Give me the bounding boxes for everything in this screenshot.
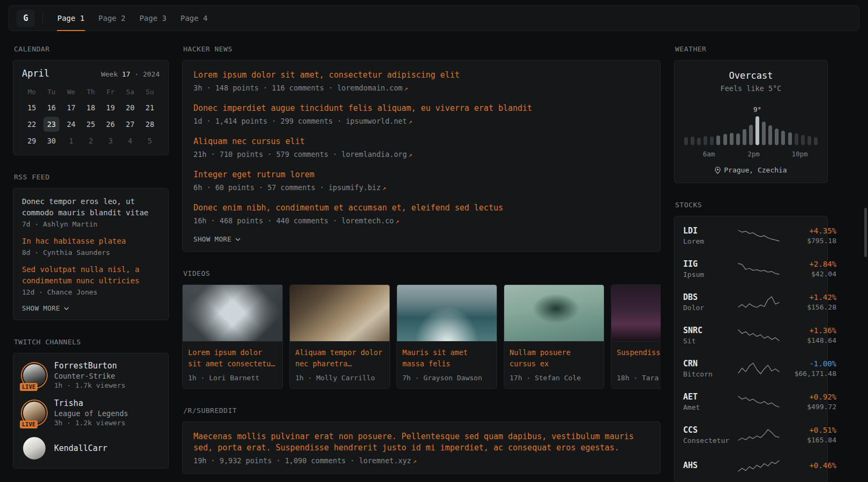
- avatar-wrap: LIVE: [22, 401, 47, 425]
- video-thumbnail: [611, 285, 661, 342]
- stock-sparkline: [738, 458, 780, 473]
- week-number: 17: [122, 70, 131, 78]
- tab-page-2[interactable]: Page 2: [92, 6, 133, 31]
- stock-row[interactable]: LDI Lorem +4.35% $795.18: [683, 219, 819, 252]
- right-column: WEATHER Overcast Feels like 5°C 9° 6am 2…: [674, 45, 828, 482]
- stock-id: CCS Consectetur: [683, 425, 734, 445]
- stock-row[interactable]: AET Amet +0.92% $499.72: [683, 385, 819, 418]
- stock-row[interactable]: CCS Consectetur +0.51% $165.84: [683, 418, 819, 451]
- rss-item: Sed volutpat nulla nisl, a condimentum n…: [22, 264, 160, 296]
- stock-change: +0.51%: [784, 426, 836, 434]
- video-thumbnail: [397, 285, 497, 342]
- stock-change: +0.46%: [784, 461, 836, 470]
- rss-item-meta: 12d · Chance Jones: [22, 288, 160, 296]
- weather-bar: [762, 122, 766, 145]
- stock-row[interactable]: IIG Ipsum +2.84% $42.04: [683, 252, 819, 285]
- video-body: Mauris sit amet massa felis 7h · Grayson…: [397, 342, 497, 388]
- video-card[interactable]: Nullam posuere cursus ex 17h · Stefan Co…: [504, 284, 604, 389]
- hn-item-title[interactable]: Aliquam nec cursus elit: [193, 136, 649, 147]
- stocks-widget: LDI Lorem +4.35% $795.18 IIG Ipsum +2.84…: [674, 216, 828, 482]
- hn-item-meta: 3h · 148 points · 116 comments · loremdo…: [193, 84, 649, 92]
- calendar-week-label: Week 17 · 2024: [101, 70, 160, 78]
- stock-row[interactable]: SNRC Sit +1.36% $148.64: [683, 319, 819, 352]
- stock-sparkline: [738, 427, 780, 442]
- hn-item-meta: 16h · 468 points · 440 comments · loremt…: [193, 216, 649, 225]
- video-card[interactable]: Mauris sit amet massa felis 7h · Grayson…: [396, 284, 497, 389]
- twitch-widget: LIVE ForrestBurton Counter-Strike 1h · 1…: [13, 353, 169, 469]
- hn-show-more-button[interactable]: SHOW MORE: [193, 235, 241, 243]
- hn-domain-link[interactable]: ipsumworld.net: [346, 117, 407, 125]
- rss-item: Donec tempor eros leo, ut commodo mauris…: [22, 196, 160, 228]
- hn-item-title[interactable]: Donec imperdiet augue tincidunt felis al…: [193, 103, 649, 114]
- stock-row[interactable]: AHS +0.46%: [683, 451, 819, 480]
- hn-item: Lorem ipsum dolor sit amet, consectetur …: [193, 70, 649, 92]
- stock-ticker: AET: [683, 392, 734, 402]
- weather-bar: [749, 125, 753, 145]
- hn-show-more-label: SHOW MORE: [193, 235, 231, 243]
- twitch-channel[interactable]: LIVE ForrestBurton Counter-Strike 1h · 1…: [22, 361, 160, 389]
- middle-column: HACKER NEWS Lorem ipsum dolor sit amet, …: [182, 45, 661, 474]
- videos-row: Lorem ipsum dolor sit amet consectetu… 1…: [182, 284, 661, 389]
- weekday-label: Su: [146, 88, 154, 96]
- time-label: 2pm: [747, 150, 760, 158]
- hn-item-title[interactable]: Donec enim nibh, condimentum et accumsan…: [193, 202, 649, 214]
- weather-bar: [684, 137, 688, 145]
- stock-values: +0.51% $165.84: [784, 426, 836, 444]
- weather-bar: [788, 132, 792, 145]
- stocks-section-title: STOCKS: [675, 201, 828, 209]
- hn-domain-link[interactable]: loremdomain.com: [337, 84, 402, 92]
- avatar: [22, 436, 47, 461]
- weekday-label: Sa: [126, 88, 134, 96]
- tab-page-1[interactable]: Page 1: [50, 6, 92, 31]
- page-tabs: Page 1 Page 2 Page 3 Page 4: [50, 6, 214, 31]
- reddit-post: Maecenas mollis pulvinar erat non posuer…: [193, 431, 649, 465]
- external-link-icon: ↗: [413, 457, 416, 465]
- weather-bar: [691, 137, 694, 145]
- weather-bar: [768, 125, 772, 145]
- stock-change: +0.92%: [784, 393, 836, 401]
- rss-show-more-button[interactable]: SHOW MORE: [22, 304, 69, 312]
- hn-item-title[interactable]: Integer eget rutrum lorem: [193, 169, 649, 180]
- rss-item-title[interactable]: In hac habitasse platea: [22, 236, 160, 247]
- video-card[interactable]: Suspendisse diam 18h · Tara: [611, 284, 661, 389]
- channel-name: KendallCarr: [54, 443, 107, 453]
- calendar-day: 17: [63, 100, 79, 115]
- video-card[interactable]: Aliquam tempor dolor nec pharetra… 1h · …: [289, 284, 390, 389]
- stock-change: -1.00%: [784, 359, 836, 368]
- external-link-icon: ↗: [408, 118, 412, 125]
- hn-item: Aliquam nec cursus elit 21h · 710 points…: [193, 136, 649, 159]
- stock-price: $42.04: [784, 270, 836, 278]
- video-card[interactable]: Lorem ipsum dolor sit amet consectetu… 1…: [182, 284, 283, 389]
- reddit-post-title[interactable]: Maecenas mollis pulvinar erat non posuer…: [193, 431, 649, 454]
- stock-row[interactable]: CRN Bitcorn -1.00% $66,171.48: [683, 352, 819, 385]
- calendar-day: 26: [102, 117, 118, 132]
- stock-price: $148.64: [784, 336, 836, 344]
- scrollbar-thumb[interactable]: [864, 208, 867, 257]
- weather-bar: [710, 137, 714, 145]
- hn-item-title[interactable]: Lorem ipsum dolor sit amet, consectetur …: [193, 70, 649, 81]
- stock-values: +4.35% $795.18: [784, 227, 836, 245]
- channel-game: Counter-Strike: [54, 372, 125, 380]
- chevron-down-icon: [64, 307, 69, 310]
- hn-item-meta: 6h · 60 points · 57 comments · ipsumify.…: [193, 183, 649, 192]
- calendar-day: 22: [24, 117, 40, 132]
- twitch-channel[interactable]: KendallCarr: [22, 436, 160, 461]
- reddit-domain-link[interactable]: loremnet.xyz: [359, 456, 411, 465]
- hn-domain-link[interactable]: loremtech.co: [341, 216, 394, 225]
- calendar-header: April Week 17 · 2024: [22, 68, 160, 79]
- calendar-day-next-month: 4: [122, 133, 138, 148]
- rss-item-meta: 8d · Cynthia Saunders: [22, 248, 160, 257]
- stock-ticker: IIG: [683, 259, 734, 269]
- hn-domain-link[interactable]: loremlandia.org: [341, 150, 407, 159]
- rss-item-title[interactable]: Sed volutpat nulla nisl, a condimentum n…: [22, 264, 160, 287]
- rss-item-title[interactable]: Donec tempor eros leo, ut commodo mauris…: [22, 196, 160, 219]
- video-meta: 18h · Tara: [617, 374, 661, 382]
- calendar-day-next-month: 3: [102, 133, 118, 148]
- tab-page-4[interactable]: Page 4: [174, 6, 215, 31]
- week-year: · 2024: [134, 70, 160, 78]
- twitch-channel[interactable]: LIVE Trisha League of Legends 3h · 1.2k …: [22, 398, 160, 427]
- stock-row[interactable]: DBS Dolor +1.42% $156.28: [683, 285, 819, 319]
- app-logo: G: [17, 10, 35, 27]
- tab-page-3[interactable]: Page 3: [132, 6, 174, 31]
- hn-domain-link[interactable]: ipsumify.biz: [328, 183, 381, 192]
